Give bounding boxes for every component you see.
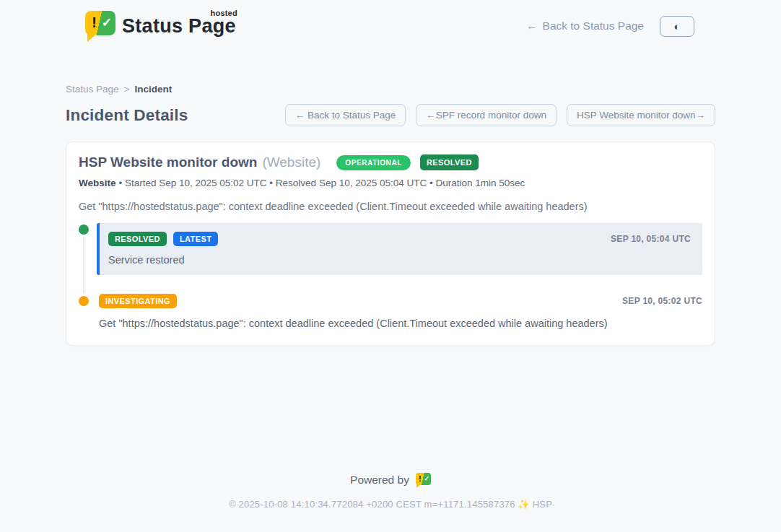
breadcrumb-separator: > <box>124 84 130 95</box>
meta-component: Website <box>79 178 116 188</box>
check-icon: ✓ <box>424 475 429 482</box>
exclamation-icon: ! <box>419 474 422 483</box>
timeline-message: Get "https://hostedstatus.page": context… <box>99 318 702 329</box>
prev-incident-button[interactable]: ←SPF record monitor down <box>416 104 557 126</box>
back-link-label: Back to Status Page <box>543 19 644 32</box>
theme-toggle-button[interactable]: ◐ <box>660 16 694 37</box>
exclamation-icon: ! <box>92 14 97 31</box>
incident-meta: Website• Started Sep 10, 2025 05:02 UTC … <box>79 178 702 188</box>
incident-description: Get "https://hostedstatus.page": context… <box>79 201 702 212</box>
timeline-item-investigating: INVESTIGATING SEP 10, 05:02 UTC Get "htt… <box>79 294 702 329</box>
incident-component: (Website) <box>262 154 320 170</box>
copyright: © 2025-10-08 14:10:34.772084 +0200 CEST … <box>66 499 715 510</box>
logo-bubble-icon: ! ✓ <box>85 10 115 42</box>
resolved-badge: RESOLVED <box>420 154 479 170</box>
incident-timeline: RESOLVED LATEST SEP 10, 05:04 UTC Servic… <box>79 223 702 329</box>
timeline-timestamp: SEP 10, 05:04 UTC <box>611 234 691 244</box>
page-footer: Powered by ! ✓ © 2025-10-08 14:10:34.772… <box>66 473 715 510</box>
incident-card: HSP Website monitor down (Website) OPERA… <box>66 141 715 346</box>
next-incident-button[interactable]: HSP Website monitor down→ <box>567 104 715 126</box>
timeline-dot-resolved <box>79 224 89 235</box>
timeline-item-resolved: RESOLVED LATEST SEP 10, 05:04 UTC Servic… <box>79 223 702 275</box>
timeline-timestamp: SEP 10, 05:02 UTC <box>622 296 702 306</box>
investigating-badge: INVESTIGATING <box>99 294 177 308</box>
speech-bubble-tail <box>416 484 421 488</box>
powered-by-label: Powered by <box>350 474 409 487</box>
back-to-status-link[interactable]: ←Back to Status Page <box>526 19 644 32</box>
title-row: Incident Details ← Back to Status Page ←… <box>66 104 715 126</box>
contrast-icon: ◐ <box>673 21 680 32</box>
logo-text: Status Pagehosted <box>122 17 236 36</box>
incident-card-header: HSP Website monitor down (Website) OPERA… <box>79 154 702 170</box>
incident-nav-buttons: ← Back to Status Page ←SPF record monito… <box>285 104 715 126</box>
resolved-update-badge: RESOLVED <box>108 232 167 246</box>
arrow-left-icon: ← <box>526 19 538 32</box>
latest-badge: LATEST <box>173 232 218 246</box>
speech-bubble-tail <box>87 34 97 42</box>
timeline-update-panel: RESOLVED LATEST SEP 10, 05:04 UTC Servic… <box>97 223 702 275</box>
page-title: Incident Details <box>66 106 188 125</box>
timeline-message: Service restored <box>108 254 691 266</box>
timeline-update-header: RESOLVED LATEST SEP 10, 05:04 UTC <box>108 232 691 246</box>
powered-by[interactable]: Powered by ! ✓ <box>350 473 431 487</box>
footer-logo-icon: ! ✓ <box>416 473 431 487</box>
timeline-update-content: INVESTIGATING SEP 10, 05:02 UTC Get "htt… <box>99 294 702 329</box>
timeline-update-header: INVESTIGATING SEP 10, 05:02 UTC <box>99 294 702 308</box>
check-icon: ✓ <box>102 15 112 30</box>
operational-badge: OPERATIONAL <box>336 155 411 170</box>
page-header: ! ✓ Status Pagehosted ←Back to Status Pa… <box>0 0 781 42</box>
breadcrumb-status-page[interactable]: Status Page <box>66 84 119 95</box>
main-content: Status Page>Incident Incident Details ← … <box>66 84 715 510</box>
incident-title: HSP Website monitor down <box>79 154 257 170</box>
breadcrumb: Status Page>Incident <box>66 84 715 95</box>
breadcrumb-incident: Incident <box>134 84 172 95</box>
logo-wordmark: Status Page <box>122 15 236 37</box>
hosted-superscript: hosted <box>211 9 237 17</box>
header-actions: ←Back to Status Page ◐ <box>526 16 694 37</box>
back-button[interactable]: ← Back to Status Page <box>285 104 406 126</box>
app-logo[interactable]: ! ✓ Status Pagehosted <box>85 10 236 42</box>
meta-details: • Started Sep 10, 2025 05:02 UTC • Resol… <box>119 178 525 188</box>
timeline-dot-investigating <box>79 296 89 306</box>
